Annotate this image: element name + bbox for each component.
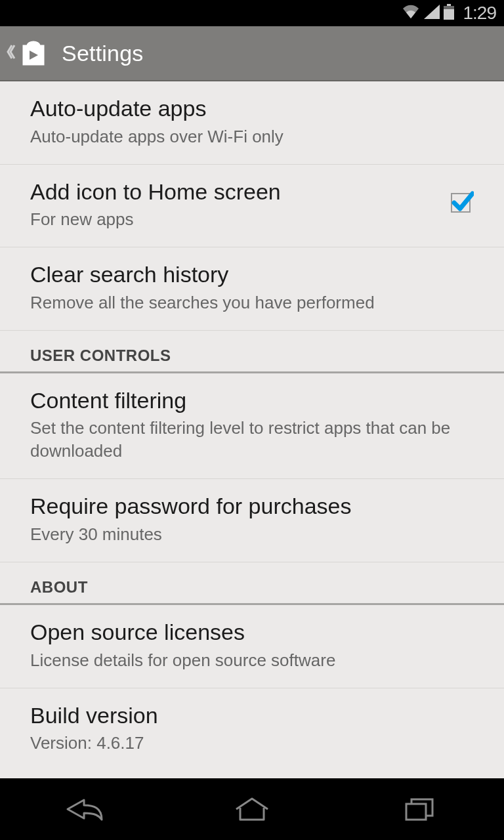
home-button[interactable] <box>213 789 291 829</box>
svg-rect-3 <box>444 9 454 20</box>
setting-subtitle: For new apps <box>30 208 437 231</box>
svg-rect-1 <box>447 4 451 6</box>
setting-title: Auto-update apps <box>30 94 474 123</box>
section-header-about: ABOUT <box>0 562 504 605</box>
setting-title: Open source licenses <box>30 618 474 646</box>
setting-title: Content filtering <box>30 387 474 415</box>
recent-apps-button[interactable] <box>381 789 459 829</box>
navigation-bar <box>0 778 504 840</box>
checkbox-add-icon[interactable] <box>450 191 474 217</box>
battery-icon <box>444 4 454 22</box>
setting-title: Add icon to Home screen <box>30 178 437 206</box>
setting-auto-update-apps[interactable]: Auto-update apps Auto-update apps over W… <box>0 81 504 165</box>
setting-title: Require password for purchases <box>30 492 474 520</box>
settings-list: Auto-update apps Auto-update apps over W… <box>0 81 504 778</box>
play-store-icon[interactable] <box>18 37 49 70</box>
setting-add-icon-home[interactable]: Add icon to Home screen For new apps <box>0 165 504 248</box>
status-time: 1:29 <box>463 3 497 24</box>
svg-rect-5 <box>406 804 426 820</box>
setting-clear-search-history[interactable]: Clear search history Remove all the sear… <box>0 247 504 331</box>
cell-signal-icon <box>424 5 440 22</box>
setting-subtitle: Remove all the searches you have perform… <box>30 291 474 314</box>
setting-require-password[interactable]: Require password for purchases Every 30 … <box>0 479 504 562</box>
setting-title: Build version <box>30 702 474 730</box>
setting-content-filtering[interactable]: Content filtering Set the content filter… <box>0 373 504 480</box>
setting-build-version[interactable]: Build version Version: 4.6.17 <box>0 688 504 771</box>
wifi-icon <box>402 5 420 22</box>
setting-subtitle: Version: 4.6.17 <box>30 732 474 755</box>
page-title: Settings <box>62 41 143 66</box>
back-icon[interactable] <box>7 43 17 64</box>
setting-subtitle: Set the content filtering level to restr… <box>30 417 474 463</box>
section-header-user-controls: USER CONTROLS <box>0 331 504 373</box>
setting-open-source-licenses[interactable]: Open source licenses License details for… <box>0 605 504 688</box>
setting-subtitle: Every 30 minutes <box>30 523 474 546</box>
setting-subtitle: License details for open source software <box>30 649 474 672</box>
setting-title: Clear search history <box>30 261 474 289</box>
back-button[interactable] <box>45 789 123 829</box>
action-bar[interactable]: Settings <box>0 26 504 81</box>
setting-subtitle: Auto-update apps over Wi-Fi only <box>30 125 474 148</box>
svg-marker-0 <box>424 5 440 19</box>
status-bar: 1:29 <box>0 0 504 26</box>
